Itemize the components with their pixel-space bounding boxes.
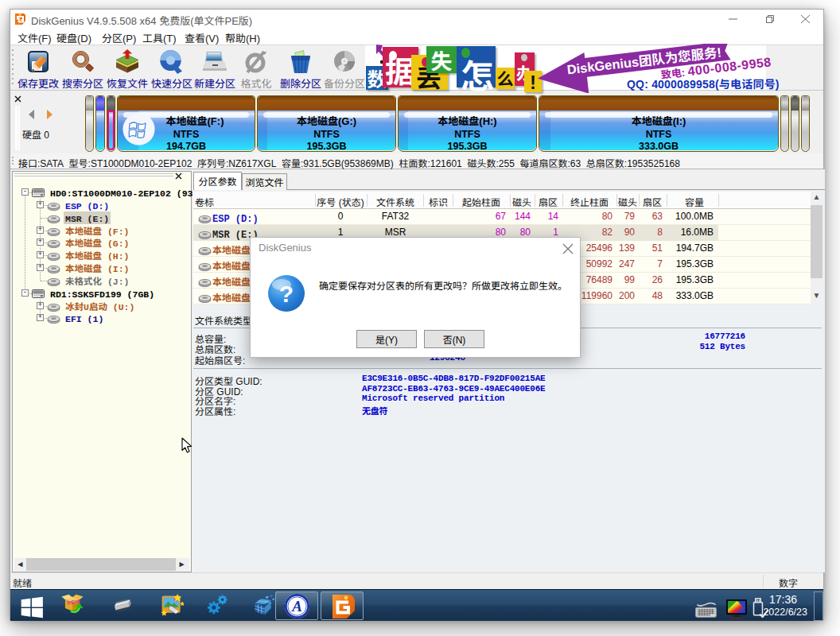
svg-text:?: ? — [279, 281, 294, 307]
svg-text:A: A — [291, 598, 302, 615]
